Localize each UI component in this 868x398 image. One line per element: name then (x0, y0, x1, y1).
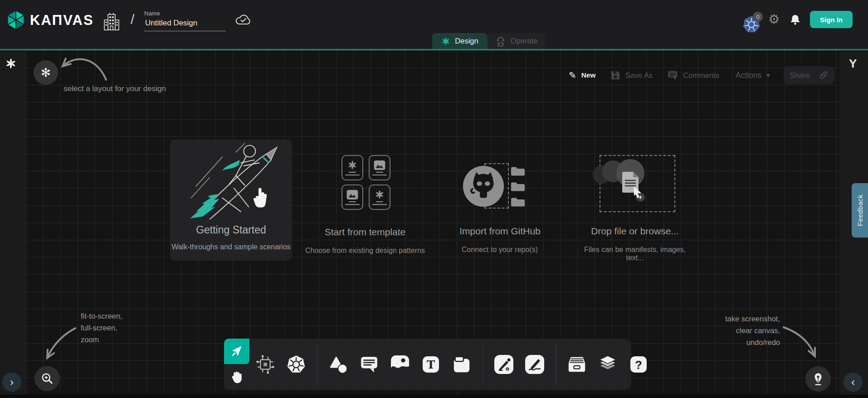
svg-text:?: ? (635, 358, 642, 372)
settings-gear-icon[interactable]: ⚙ (768, 12, 780, 27)
pen-tool[interactable] (494, 354, 514, 374)
note-icon (452, 355, 471, 374)
canvas-tools-button[interactable] (805, 366, 831, 392)
kubernetes-wheel-icon (286, 354, 306, 374)
magnifier-plus-icon (40, 372, 54, 385)
shapes-tool[interactable] (328, 354, 348, 374)
hierarchy-y-icon[interactable]: Y (849, 57, 857, 71)
folder-icon (511, 166, 525, 177)
canvas-tools-hints-text: take screenshot, clear canvas, undo/redo (689, 313, 780, 348)
kubernetes-context-button[interactable]: 0 (743, 13, 765, 33)
help-tool[interactable]: ? (629, 354, 649, 374)
folder-icon (511, 181, 525, 192)
template-thumb (369, 155, 390, 180)
zoom-controls-button[interactable] (34, 366, 60, 391)
layers-icon (598, 354, 618, 374)
layout-hint-text: select a layout for your design (63, 84, 166, 93)
cursor-arrow-icon (230, 344, 244, 359)
brand-name[interactable]: KAΠVAS (30, 12, 94, 29)
share-button[interactable]: Share (784, 66, 834, 84)
dock-divider (556, 344, 556, 385)
operator-icon (495, 35, 506, 47)
folder-icon (511, 197, 525, 208)
svg-text:T: T (427, 358, 435, 371)
dock-divider (483, 344, 483, 385)
kanvas-logo-icon[interactable] (5, 10, 26, 32)
left-rail (0, 50, 26, 394)
file-drop-icon: + (622, 172, 646, 203)
tool-dock: T (224, 339, 631, 390)
template-thumb (369, 184, 390, 210)
sign-in-button[interactable]: Sign In (810, 11, 853, 28)
bottom-edge-bar (0, 394, 868, 398)
design-name-input[interactable] (144, 19, 226, 31)
feedback-label: Feedback (856, 194, 864, 226)
question-icon: ? (629, 355, 648, 374)
component-tool[interactable] (255, 354, 275, 374)
template-thumb (341, 184, 363, 210)
text-tool[interactable]: T (421, 354, 441, 374)
app-header: KAΠVAS / Name (0, 0, 868, 49)
cloud-saved-icon (234, 13, 251, 28)
note-tool[interactable] (452, 354, 472, 374)
drawer-icon (567, 355, 587, 374)
layers-tool[interactable] (598, 354, 618, 374)
kubernetes-tool[interactable] (286, 354, 306, 374)
shapes-icon (329, 355, 348, 374)
notifications-bell-icon[interactable] (789, 13, 801, 28)
card-subtitle: Files can be manifests, images, text... (576, 246, 694, 262)
pencil-sketch-icon (525, 354, 545, 374)
pan-tool[interactable] (224, 364, 249, 390)
expand-left-panel-button[interactable]: › (2, 373, 21, 392)
image-icon (390, 354, 410, 374)
comments-button[interactable]: Comments (667, 70, 719, 81)
expand-right-panel-button[interactable]: ‹ (844, 373, 863, 392)
comment-bubble-icon (360, 355, 379, 374)
tab-design[interactable]: Design (432, 33, 488, 49)
card-title: Import from GitHub (454, 226, 546, 237)
pencil-icon: ✎ (569, 70, 576, 81)
kanvas-app: KAΠVAS / Name (0, 0, 868, 398)
pen-nib-icon (811, 372, 825, 386)
link-icon (819, 71, 828, 80)
breadcrumb-separator: / (131, 12, 134, 27)
comment-tool[interactable] (359, 354, 379, 374)
design-name-label: Name (144, 10, 160, 17)
dock-divider (317, 344, 317, 385)
card-title: Drop file or browse... (587, 226, 683, 237)
card-subtitle: Choose from existing design patterns (290, 247, 440, 255)
tab-design-label: Design (455, 37, 478, 45)
getting-started-card[interactable]: Getting Started Walk-throughs and sample… (170, 140, 292, 261)
card-title: Getting Started (170, 224, 292, 236)
cluster-count-badge: 0 (753, 12, 763, 22)
actions-dropdown[interactable]: Actions ▾ (736, 71, 770, 80)
new-button[interactable]: ✎ New (569, 70, 596, 81)
canvas-action-bar: ✎ New Save As Comments Actions (569, 66, 834, 84)
chevron-down-icon: ▾ (766, 71, 770, 79)
dock-tools-row: T (255, 344, 649, 385)
hand-pointer-cursor (252, 187, 271, 209)
text-icon: T (422, 355, 440, 374)
card-title: Start from template (297, 227, 433, 238)
select-tool[interactable] (224, 339, 249, 364)
pen-icon (494, 354, 514, 374)
zoom-hints-text: fit-to-screen, full-screen, zoom (81, 310, 122, 345)
feedback-tab[interactable]: Feedback (852, 183, 868, 238)
component-icon (255, 354, 275, 375)
tab-operate-label: Operate (511, 37, 538, 45)
card-subtitle: Connect to your repo(s) (454, 246, 545, 254)
save-as-button[interactable]: Save As (610, 70, 653, 80)
template-thumb (341, 155, 363, 180)
tab-operate[interactable]: Operate (488, 33, 545, 49)
floppy-disk-icon (610, 70, 620, 80)
layout-selector-button[interactable]: ✻ (34, 60, 58, 85)
github-icon (461, 164, 506, 209)
mode-tabs: Design Operate (432, 33, 545, 49)
comment-icon (667, 70, 678, 81)
image-tool[interactable] (390, 354, 410, 374)
archive-tool[interactable] (567, 354, 587, 374)
organization-icon[interactable] (102, 12, 121, 34)
meshery-spinner-icon (5, 58, 17, 69)
sketch-tool[interactable] (525, 354, 545, 374)
hand-icon (229, 369, 244, 385)
